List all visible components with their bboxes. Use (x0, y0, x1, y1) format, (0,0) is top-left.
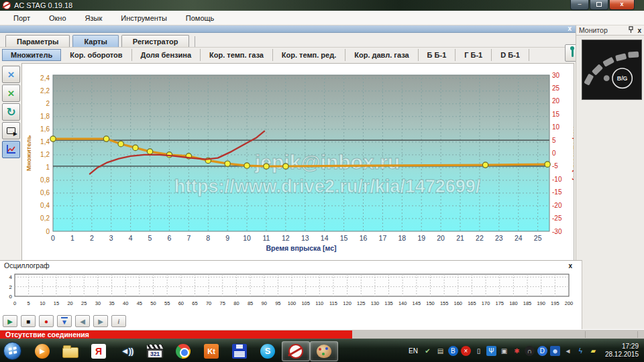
map-point[interactable] (545, 162, 550, 167)
taskbar-explorer[interactable] (56, 341, 85, 361)
taskbar-floppy-app[interactable] (225, 341, 254, 361)
menu-port[interactable]: Порт (4, 12, 40, 24)
minimize-button[interactable]: – (570, 0, 589, 10)
taskbar-paint[interactable] (310, 341, 338, 361)
map-tab-d-b1[interactable]: D Б-1 (492, 49, 529, 61)
left-tick-label: 0,6 (40, 189, 50, 196)
tray-battery-device-icon[interactable]: ▯ (474, 346, 484, 356)
right-tick-label: -15 (552, 188, 562, 196)
tray-volume-muted-icon[interactable]: ◄ (563, 346, 573, 356)
osc-x-tick: 140 (398, 300, 407, 306)
left-tick-label: 0,8 (40, 176, 50, 184)
select-area-button[interactable]: ▶ (2, 122, 20, 139)
taskbar-clock[interactable]: 17:29 28.12.2015 (605, 343, 639, 359)
map-tab-b-b1[interactable]: Б Б-1 (419, 49, 456, 61)
taskbar-klite-codec[interactable]: 321 (141, 341, 169, 361)
map-point[interactable] (118, 141, 123, 147)
map-tab-reducer-temp-correction[interactable]: Кор. темп. ред. (273, 49, 345, 61)
osc-collapse-button[interactable]: ▼ (57, 315, 72, 327)
map-point[interactable] (50, 136, 56, 141)
tab-maps[interactable]: Карты (72, 35, 118, 47)
map-point[interactable] (482, 162, 488, 168)
tray-display-doc-icon[interactable]: ▤ (435, 346, 445, 356)
x-tick-label: 16 (360, 234, 368, 242)
x-tick-label: 20 (437, 234, 445, 242)
tray-display-monitor-icon[interactable]: ▣ (499, 346, 509, 356)
left-tick-label: 2 (46, 100, 50, 107)
tab-recorder[interactable]: Регистратор (121, 35, 190, 47)
maximize-button[interactable] (590, 0, 608, 10)
osc-play-button[interactable]: ▶ (3, 315, 17, 327)
taskbar-chrome[interactable] (169, 341, 197, 361)
taskbar-ac-stag[interactable] (282, 341, 310, 361)
map-tab-gas-temp-correction[interactable]: Кор. темп. газа (201, 49, 273, 61)
oscilloscope-panel: Осциллограф x 02405101520253035404550556… (0, 260, 582, 329)
menu-tools[interactable]: Инструменты (111, 12, 176, 24)
multiplier-map-chart[interactable]: jepik@inbox.ruhttps://www.drive2.ru/r/ki… (21, 63, 574, 284)
x-axis-label: Время впрыска [мс] (266, 244, 337, 252)
osc-x-tick: 125 (357, 300, 366, 306)
tray-bluetooth-icon[interactable]: B (448, 346, 458, 356)
left-tick-label: 1,8 (40, 113, 50, 120)
menu-window[interactable]: Окно (40, 12, 76, 24)
tray-headset-icon[interactable]: ∩ (525, 346, 535, 356)
chart-mode-button[interactable] (2, 141, 20, 158)
taskbar-volume-mixer[interactable]: ◄)) (113, 341, 141, 361)
oscilloscope-title: Осциллограф (4, 261, 568, 269)
osc-prev-button[interactable]: ◀ (75, 315, 90, 327)
y-axis-label-right: Погрешность [%] (572, 126, 574, 180)
chrome-icon (176, 344, 191, 359)
taskbar-skype[interactable]: S (254, 341, 282, 361)
tray-error-indicator-icon[interactable]: × (461, 346, 471, 356)
tray-sound-event-icon[interactable]: ✱ (512, 346, 522, 356)
start-button[interactable] (3, 342, 21, 360)
map-point[interactable] (147, 149, 152, 154)
osc-stop-button[interactable]: ■ (21, 315, 36, 327)
osc-next-button[interactable]: ▶ (93, 315, 108, 327)
oscilloscope-chart: 0240510152025303540455055606570758085909… (3, 272, 574, 317)
ac-stag-icon (288, 344, 303, 359)
map-point[interactable] (283, 164, 288, 169)
x-tick-label: 12 (282, 234, 290, 242)
left-tick-label: 2,4 (40, 74, 50, 82)
map-point[interactable] (264, 164, 269, 169)
tray-power-plan-icon[interactable]: ϟ (576, 346, 586, 356)
x-tick-label: 0 (51, 234, 55, 242)
osc-info-button[interactable]: i (111, 315, 126, 327)
oscilloscope-close-icon[interactable]: x (568, 262, 578, 269)
taskbar-windows-media-player[interactable]: ▶ (28, 341, 56, 361)
tray-safely-remove-icon[interactable]: ✔ (423, 346, 433, 356)
map-tab-rpm-correction[interactable]: Кор. оборотов (61, 49, 131, 61)
map-tab-petrol-share[interactable]: Доля бензина (132, 49, 201, 61)
clear-map-green-button[interactable]: × (2, 84, 20, 102)
dock-close-icon[interactable]: x (568, 25, 572, 32)
map-point[interactable] (244, 163, 250, 168)
tray-wireless-network-icon[interactable]: Ψ (486, 346, 496, 356)
menu-help[interactable]: Помощь (176, 12, 224, 24)
osc-record-button[interactable]: ● (39, 315, 54, 327)
map-point[interactable] (225, 161, 230, 166)
close-button[interactable]: x (609, 0, 635, 10)
left-tick-label: 1,2 (40, 151, 50, 158)
speaker-icon: ◄)) (121, 346, 133, 356)
tray-sticky-note-icon[interactable]: ▰ (588, 346, 598, 356)
tray-download-master-icon[interactable]: D (537, 346, 547, 356)
tray-user-account-icon[interactable]: ☻ (550, 346, 560, 356)
menu-language[interactable]: Язык (76, 12, 112, 24)
map-tab-gas-pressure-correction[interactable]: Кор. давл. газа (345, 49, 418, 61)
tab-parameters[interactable]: Параметры (5, 35, 70, 47)
taskbar-yandex-browser[interactable]: Я (85, 341, 113, 361)
monitor-close-icon[interactable]: x (637, 27, 641, 34)
x-tick-label: 13 (301, 234, 309, 242)
refresh-button[interactable]: ↻ (2, 103, 20, 121)
right-tick-label: 20 (552, 97, 560, 105)
clear-map-blue-button[interactable]: × (2, 66, 20, 83)
map-point[interactable] (103, 136, 109, 141)
tray-language-indicator[interactable]: EN (407, 347, 420, 355)
osc-x-tick: 0 (13, 300, 16, 306)
map-point[interactable] (133, 145, 138, 150)
pin-icon[interactable] (628, 24, 634, 36)
taskbar-kt-player[interactable]: Kt (197, 341, 225, 361)
map-tab-multiplier[interactable]: Множитель (2, 49, 61, 61)
map-tab-g-b1[interactable]: Г Б-1 (455, 49, 492, 61)
